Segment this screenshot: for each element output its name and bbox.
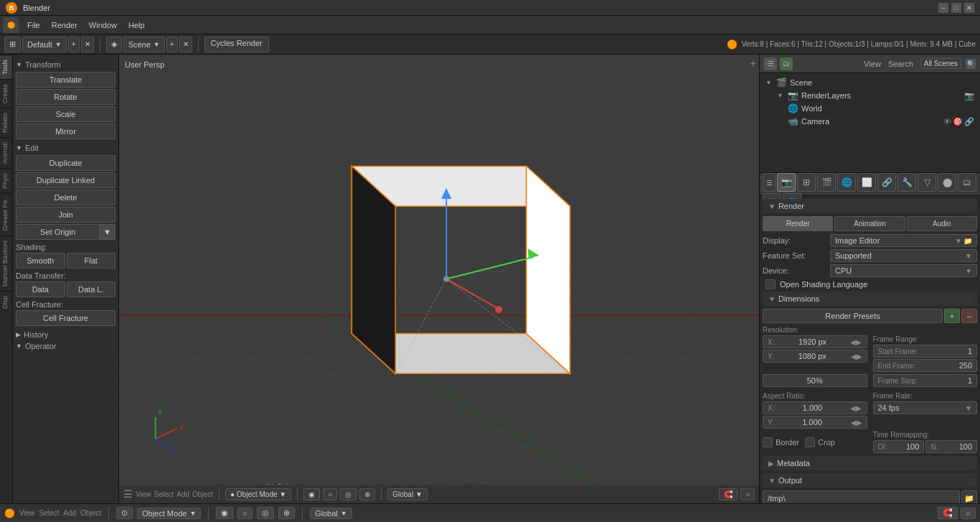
animation-tab[interactable]: Animation xyxy=(834,216,905,231)
global-status-btn[interactable]: Global ▼ xyxy=(310,508,352,519)
minimize-button[interactable]: – xyxy=(938,3,948,13)
render-props-btn[interactable]: 📷 xyxy=(777,173,796,192)
renderlayers-tree-item[interactable]: ▼ 📷 RenderLayers 📷 xyxy=(763,89,977,102)
flat-button[interactable]: Flat xyxy=(67,253,116,269)
presets-add-button[interactable]: + xyxy=(944,309,960,323)
object-mode-button[interactable]: ● Object Mode ▼ xyxy=(225,488,291,500)
output-section-header[interactable]: ▼ Output :: xyxy=(763,473,977,488)
scene-close-btn[interactable]: ✕ xyxy=(179,37,192,52)
output-folder-icon[interactable]: 📁 xyxy=(961,490,977,503)
duplicate-linked-button[interactable]: Duplicate Linked xyxy=(16,172,116,188)
camera-link-icon[interactable]: 🔗 xyxy=(964,117,974,126)
add-status-btn[interactable]: Add xyxy=(63,509,76,517)
display-dropdown[interactable]: Image Editor ▼ 📁 xyxy=(830,234,977,247)
vtab-grease[interactable]: Grease Pe. xyxy=(0,193,12,236)
modifier-props-btn[interactable]: 🔧 xyxy=(897,173,916,192)
viewport-corner-button[interactable]: + xyxy=(750,57,756,69)
view-menu[interactable]: View xyxy=(136,490,151,498)
res-x-input[interactable]: X: 1920 px ◀▶ xyxy=(763,335,867,348)
shading-language-checkbox[interactable] xyxy=(765,279,776,289)
snap-button[interactable]: 🧲 xyxy=(719,488,738,500)
workspace-dropdown[interactable]: Default ▼ xyxy=(22,37,67,52)
snap-magnet-icon[interactable]: 🧲 xyxy=(938,507,958,519)
menu-file[interactable]: File xyxy=(22,16,46,34)
world-tree-item[interactable]: 🌐 World xyxy=(763,102,977,115)
vtab-create[interactable]: Create xyxy=(0,79,12,108)
rotate-button[interactable]: Rotate xyxy=(16,89,116,105)
texture-props-btn[interactable]: 🗂 xyxy=(958,173,976,192)
vtab-manuel[interactable]: Manuel Bastioni xyxy=(0,236,12,291)
outliner-menu-icon[interactable]: ☰ xyxy=(764,57,777,70)
workspace-icon-btn[interactable]: ⊞ xyxy=(4,37,21,52)
join-button[interactable]: Join xyxy=(16,207,116,223)
crop-checkbox[interactable] xyxy=(805,437,815,447)
workspace-add-btn[interactable]: + xyxy=(68,37,80,52)
maximize-button[interactable]: □ xyxy=(951,3,961,13)
viewport-3d[interactable]: User Persp + xyxy=(119,55,759,503)
select-menu[interactable]: Select xyxy=(154,490,174,498)
renderlayers-eye-icon[interactable]: 📷 xyxy=(964,91,974,101)
constraints-props-btn[interactable]: 🔗 xyxy=(877,173,896,192)
frame-rate-input[interactable]: 24 fps ▼ xyxy=(873,401,978,414)
translate-button[interactable]: Translate xyxy=(16,72,116,88)
viewport-shading-texture[interactable]: ◎ xyxy=(340,488,357,500)
frame-step-input[interactable]: Frame Step: 1 xyxy=(873,374,978,387)
res-y-input[interactable]: Y: 1080 px ◀▶ xyxy=(763,350,867,363)
viewport-shading-solid[interactable]: ◉ xyxy=(303,488,320,500)
data-props-btn[interactable]: ▽ xyxy=(918,173,936,192)
menu-render[interactable]: Render xyxy=(46,16,83,34)
vtab-displace[interactable]: Disp xyxy=(0,291,12,313)
border-checkbox[interactable] xyxy=(763,437,773,447)
render-presets-dropdown[interactable]: Render Presets xyxy=(763,309,943,323)
scene-props-btn[interactable]: 🎬 xyxy=(817,173,836,192)
scene-tree-item[interactable]: ▼ 🎬 Scene xyxy=(763,76,977,89)
old-frame-input[interactable]: Ol: 100 xyxy=(873,440,925,453)
feature-set-dropdown[interactable]: Supported ▼ xyxy=(830,249,977,262)
camera-tree-item[interactable]: 📹 Camera 👁 🎯 🔗 xyxy=(763,115,977,128)
asp-x-input[interactable]: X: 1.000 ◀▶ xyxy=(763,401,867,414)
view-status-btn[interactable]: View xyxy=(19,509,35,517)
data-linked-button[interactable]: Data L. xyxy=(67,281,116,297)
proportional-button[interactable]: ○ xyxy=(740,488,755,500)
percent-input[interactable]: 50% xyxy=(763,374,867,387)
asp-y-input[interactable]: Y: 1.000 ◀▶ xyxy=(763,416,867,429)
delete-button[interactable]: Delete xyxy=(16,190,116,205)
viewport-texture-status[interactable]: ◎ xyxy=(257,507,274,519)
mode-icon-btn[interactable]: ⊙ xyxy=(116,507,133,519)
viewport-shading-render[interactable]: ⊕ xyxy=(359,488,375,500)
add-menu[interactable]: Add xyxy=(176,490,189,498)
audio-tab[interactable]: Audio xyxy=(907,216,977,231)
props-menu-icon[interactable]: ☰ xyxy=(763,173,776,192)
set-origin-arrow-button[interactable]: ▼ xyxy=(99,224,116,240)
camera-eye-icon[interactable]: 👁 xyxy=(943,117,951,126)
view-btn[interactable]: View xyxy=(864,60,881,68)
presets-remove-button[interactable]: – xyxy=(961,309,977,323)
vtab-relations[interactable]: Relatio xyxy=(0,108,12,137)
output-path-input[interactable]: /tmp\ xyxy=(763,490,960,503)
viewport-wire-status[interactable]: ○ xyxy=(237,508,253,519)
menu-help[interactable]: Help xyxy=(123,16,151,34)
camera-render-icon[interactable]: 🎯 xyxy=(953,117,963,126)
proportional-circle-icon[interactable]: ○ xyxy=(961,508,976,519)
workspace-close-btn[interactable]: ✕ xyxy=(81,37,94,52)
layers-props-btn[interactable]: ⊞ xyxy=(797,173,816,192)
object-status-btn[interactable]: Object xyxy=(80,509,101,517)
search-btn[interactable]: Search xyxy=(888,60,913,68)
scale-button[interactable]: Scale xyxy=(16,106,116,122)
cell-fracture-button[interactable]: Cell Fracture xyxy=(16,310,116,326)
device-dropdown[interactable]: CPU ▼ xyxy=(830,264,977,277)
engine-dropdown[interactable]: Cycles Render xyxy=(204,37,269,52)
vtab-animation[interactable]: Animati xyxy=(0,137,12,168)
object-props-btn[interactable]: ⬜ xyxy=(857,173,876,192)
duplicate-button[interactable]: Duplicate xyxy=(16,155,116,171)
mirror-button[interactable]: Mirror xyxy=(16,123,116,139)
new-frame-input[interactable]: N: 100 xyxy=(925,440,977,453)
viewport-render-status[interactable]: ⊕ xyxy=(278,507,295,519)
viewport-shading-status[interactable]: ◉ xyxy=(216,507,233,519)
global-local-button[interactable]: Global ▼ xyxy=(387,488,428,500)
world-props-btn[interactable]: 🌐 xyxy=(837,173,856,192)
menu-window[interactable]: Window xyxy=(83,16,123,34)
outliner-search-icon[interactable]: 🔍 xyxy=(966,59,976,69)
viewport-shading-wire[interactable]: ○ xyxy=(323,488,337,500)
smooth-button[interactable]: Smooth xyxy=(16,253,65,269)
